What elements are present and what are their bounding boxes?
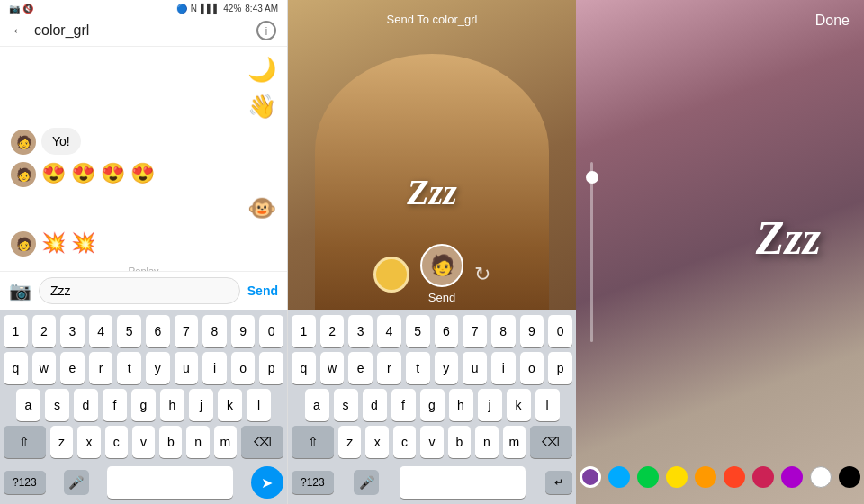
key-s[interactable]: s <box>45 389 69 421</box>
key-x[interactable]: x <box>365 426 388 458</box>
color-pink[interactable] <box>752 466 774 488</box>
photo-zzz-text[interactable]: Zzz <box>756 212 821 265</box>
key-v[interactable]: v <box>420 426 443 458</box>
key-7[interactable]: 7 <box>463 315 487 347</box>
mic-key[interactable]: 🎤 <box>354 470 379 495</box>
key-k[interactable]: k <box>507 389 531 421</box>
key-x[interactable]: x <box>77 426 100 458</box>
key-2[interactable]: 2 <box>320 315 345 347</box>
key-t[interactable]: t <box>406 352 430 384</box>
key-h[interactable]: h <box>160 389 184 421</box>
key-i[interactable]: i <box>491 352 516 384</box>
key-4[interactable]: 4 <box>377 315 401 347</box>
delete-key[interactable]: ⌫ <box>241 426 284 458</box>
key-b[interactable]: b <box>448 426 471 458</box>
key-n[interactable]: n <box>186 426 209 458</box>
slider-thumb[interactable] <box>586 171 598 184</box>
key-t[interactable]: t <box>117 352 141 384</box>
key-w[interactable]: w <box>32 352 57 384</box>
color-white[interactable] <box>810 466 832 488</box>
info-button[interactable]: i <box>256 21 276 40</box>
color-yellow[interactable] <box>666 466 688 488</box>
key-y[interactable]: y <box>435 352 459 384</box>
key-w[interactable]: w <box>320 352 345 384</box>
key-7[interactable]: 7 <box>175 315 199 347</box>
space-key[interactable] <box>400 466 526 499</box>
key-o[interactable]: o <box>520 352 544 384</box>
key-m[interactable]: m <box>214 426 237 458</box>
key-f[interactable]: f <box>103 389 127 421</box>
key-d[interactable]: d <box>363 389 387 421</box>
key-s[interactable]: s <box>334 389 358 421</box>
done-button[interactable]: Done <box>815 13 850 29</box>
key-8[interactable]: 8 <box>491 315 516 347</box>
key-g[interactable]: g <box>131 389 156 421</box>
key-z[interactable]: z <box>338 426 361 458</box>
key-y[interactable]: y <box>146 352 170 384</box>
send-label[interactable]: Send <box>428 291 455 304</box>
key-k[interactable]: k <box>218 389 242 421</box>
key-g[interactable]: g <box>420 389 445 421</box>
key-u[interactable]: u <box>175 352 199 384</box>
key-e[interactable]: e <box>348 352 373 384</box>
key-r[interactable]: r <box>377 352 401 384</box>
key-6[interactable]: 6 <box>146 315 170 347</box>
keyboard-send-button[interactable]: ➤ <box>251 466 284 499</box>
key-i[interactable]: i <box>202 352 227 384</box>
color-slider[interactable] <box>590 162 593 342</box>
back-button[interactable]: ← <box>11 22 27 40</box>
color-green[interactable] <box>637 466 659 488</box>
mic-key[interactable]: 🎤 <box>64 470 89 495</box>
key-3[interactable]: 3 <box>348 315 373 347</box>
key-l[interactable]: l <box>247 389 271 421</box>
key-q[interactable]: q <box>292 352 316 384</box>
delete-key[interactable]: ⌫ <box>530 426 572 458</box>
color-black[interactable] <box>839 466 860 488</box>
key-2[interactable]: 2 <box>32 315 57 347</box>
key-9[interactable]: 9 <box>231 315 256 347</box>
key-3[interactable]: 3 <box>60 315 85 347</box>
flip-camera-icon[interactable]: ↻ <box>474 263 490 286</box>
key-v[interactable]: v <box>132 426 155 458</box>
key-5[interactable]: 5 <box>406 315 430 347</box>
key-z[interactable]: z <box>50 426 73 458</box>
key-e[interactable]: e <box>60 352 85 384</box>
key-o[interactable]: o <box>231 352 256 384</box>
story-button[interactable] <box>374 256 410 292</box>
key-4[interactable]: 4 <box>89 315 113 347</box>
color-orange[interactable] <box>695 466 716 488</box>
key-p[interactable]: p <box>259 352 284 384</box>
color-blue[interactable] <box>608 466 630 488</box>
key-j[interactable]: j <box>189 389 213 421</box>
symbols-key[interactable]: ?123 <box>4 471 46 494</box>
color-purple[interactable] <box>580 466 601 488</box>
key-8[interactable]: 8 <box>202 315 227 347</box>
key-l[interactable]: l <box>536 389 560 421</box>
avatar-send[interactable]: 🧑 <box>420 244 464 287</box>
key-q[interactable]: q <box>4 352 28 384</box>
key-b[interactable]: b <box>159 426 182 458</box>
key-9[interactable]: 9 <box>520 315 544 347</box>
key-1[interactable]: 1 <box>292 315 316 347</box>
key-r[interactable]: r <box>89 352 113 384</box>
key-0[interactable]: 0 <box>259 315 284 347</box>
key-m[interactable]: m <box>503 426 526 458</box>
camera-button[interactable]: 📷 <box>9 280 32 302</box>
key-1[interactable]: 1 <box>4 315 28 347</box>
key-j[interactable]: j <box>478 389 502 421</box>
key-5[interactable]: 5 <box>117 315 141 347</box>
message-input[interactable] <box>39 277 240 304</box>
key-6[interactable]: 6 <box>435 315 459 347</box>
send-button[interactable]: Send <box>248 284 278 298</box>
key-h[interactable]: h <box>449 389 473 421</box>
key-a[interactable]: a <box>305 389 329 421</box>
shift-key[interactable]: ⇧ <box>4 426 46 458</box>
return-key[interactable]: ↵ <box>545 471 572 494</box>
key-c[interactable]: c <box>393 426 416 458</box>
key-n[interactable]: n <box>475 426 498 458</box>
key-f[interactable]: f <box>392 389 416 421</box>
space-key[interactable] <box>107 466 233 499</box>
key-u[interactable]: u <box>463 352 487 384</box>
key-d[interactable]: d <box>74 389 98 421</box>
symbols-key[interactable]: ?123 <box>292 471 334 494</box>
